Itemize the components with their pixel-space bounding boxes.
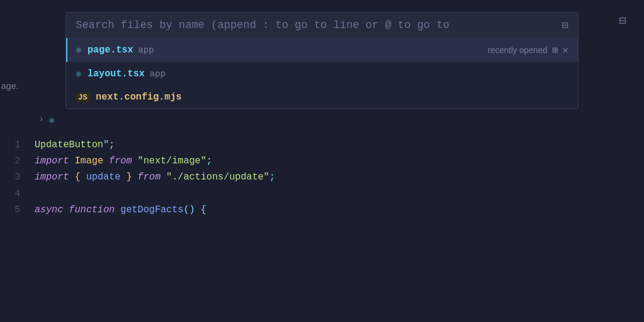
code-token-updatebutton: UpdateButton	[35, 137, 103, 153]
code-token-semicolon-3: ;	[270, 169, 275, 185]
code-token-parens: () {	[184, 202, 206, 218]
code-content: UpdateButton"; import Image from "next/i…	[30, 137, 644, 322]
line-number-3: 3	[0, 169, 20, 185]
line-number-4: 4	[0, 186, 20, 202]
code-token-import-2: import	[35, 169, 75, 185]
code-token-getdogfacts: getDogFacts	[120, 202, 184, 218]
file-name-layout-tsx: layout.tsx	[88, 69, 145, 79]
file-name-next-config: next.config.mjs	[96, 92, 182, 103]
js-icon-config: JS	[76, 92, 90, 103]
split-view-icon[interactable]: ⊞	[552, 44, 558, 56]
line-number-1: 1	[0, 137, 20, 153]
code-token-string-actions: "./actions/update"	[166, 169, 270, 185]
recently-opened-label: recently opened	[488, 45, 547, 55]
close-icon[interactable]: ✕	[562, 44, 568, 56]
sidebar-react-icon: ⚛	[49, 114, 55, 126]
code-token-import-1: import	[35, 153, 75, 169]
code-line-5: async function getDogFacts() {	[35, 202, 644, 218]
file-item-page-tsx[interactable]: ⚛ page.tsx app recently opened ⊞ ✕	[66, 38, 578, 62]
code-token-async: async	[35, 202, 69, 218]
code-token-brace-close: }	[126, 169, 138, 185]
line-number-2: 2	[0, 153, 20, 169]
file-folder-app-2: app	[150, 69, 166, 79]
code-token-function: function	[69, 202, 120, 218]
file-item-layout-tsx[interactable]: ⚛ layout.tsx app	[66, 62, 578, 86]
code-token-string-image: "next/image"	[138, 153, 206, 169]
code-line-2: import Image from "next/image";	[35, 153, 644, 169]
file-item-next-config[interactable]: JS next.config.mjs	[66, 86, 578, 109]
top-right-layout-icon[interactable]: ⊟	[619, 13, 626, 28]
editor-container: ⊟ age. › ⚛ ⊟ ⚛ page.tsx app recently ope…	[0, 0, 644, 322]
code-token-semicolon-1: ";	[103, 137, 114, 153]
code-token-semicolon-2: ;	[206, 153, 212, 169]
code-token-brace-open: {	[75, 169, 86, 185]
code-token-update: update	[86, 169, 126, 185]
code-line-4	[35, 186, 644, 202]
file-name-page-tsx: page.tsx	[88, 45, 134, 55]
search-input[interactable]	[76, 19, 555, 31]
line-numbers: 1 2 3 4 5	[0, 137, 30, 322]
search-overlay: ⊟ ⚛ page.tsx app recently opened ⊞ ✕	[0, 0, 644, 109]
search-box: ⊟ ⚛ page.tsx app recently opened ⊞ ✕	[66, 12, 578, 109]
react-icon-layout: ⚛	[76, 68, 82, 80]
layout-split-icon[interactable]: ⊟	[562, 18, 568, 32]
code-token-image: Image	[75, 153, 109, 169]
code-token-from-1: from	[109, 153, 138, 169]
search-input-row: ⊟	[66, 13, 578, 38]
react-icon-page: ⚛	[76, 44, 82, 56]
code-line-3: import { update } from "./actions/update…	[35, 169, 644, 185]
line-number-5: 5	[0, 202, 20, 218]
code-line-1: UpdateButton";	[35, 137, 644, 153]
code-token-from-2: from	[138, 169, 166, 185]
code-area: 1 2 3 4 5 UpdateButton"; import Image fr…	[0, 137, 644, 322]
file-folder-app: app	[138, 45, 154, 55]
sidebar-arrow-icon: ›	[39, 114, 44, 124]
file-list: ⚛ page.tsx app recently opened ⊞ ✕ ⚛ lay…	[66, 38, 578, 109]
file-badge-recently-opened: recently opened ⊞ ✕	[488, 44, 568, 56]
